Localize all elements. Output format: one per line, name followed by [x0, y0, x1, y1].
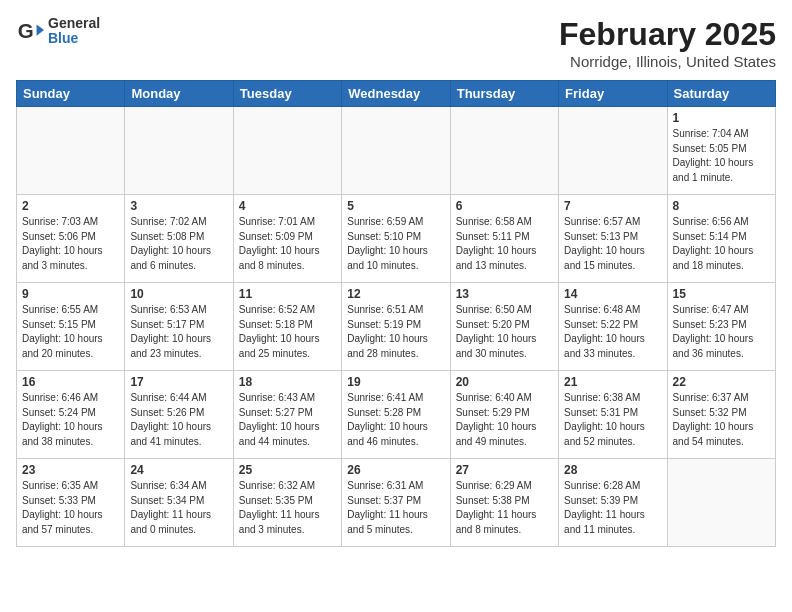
day-info: Sunrise: 6:52 AM Sunset: 5:18 PM Dayligh… — [239, 303, 336, 361]
logo-line1: General — [48, 16, 100, 31]
calendar-cell: 28Sunrise: 6:28 AM Sunset: 5:39 PM Dayli… — [559, 459, 667, 547]
logo-icon: G — [16, 17, 44, 45]
logo-line2: Blue — [48, 31, 100, 46]
day-info: Sunrise: 6:50 AM Sunset: 5:20 PM Dayligh… — [456, 303, 553, 361]
calendar-cell: 7Sunrise: 6:57 AM Sunset: 5:13 PM Daylig… — [559, 195, 667, 283]
weekday-header-tuesday: Tuesday — [233, 81, 341, 107]
day-info: Sunrise: 6:40 AM Sunset: 5:29 PM Dayligh… — [456, 391, 553, 449]
day-info: Sunrise: 6:55 AM Sunset: 5:15 PM Dayligh… — [22, 303, 119, 361]
day-info: Sunrise: 6:58 AM Sunset: 5:11 PM Dayligh… — [456, 215, 553, 273]
weekday-header-monday: Monday — [125, 81, 233, 107]
day-number: 13 — [456, 287, 553, 301]
calendar-cell: 14Sunrise: 6:48 AM Sunset: 5:22 PM Dayli… — [559, 283, 667, 371]
calendar-week-row: 9Sunrise: 6:55 AM Sunset: 5:15 PM Daylig… — [17, 283, 776, 371]
day-info: Sunrise: 6:59 AM Sunset: 5:10 PM Dayligh… — [347, 215, 444, 273]
calendar-body: 1Sunrise: 7:04 AM Sunset: 5:05 PM Daylig… — [17, 107, 776, 547]
calendar-header: SundayMondayTuesdayWednesdayThursdayFrid… — [17, 81, 776, 107]
calendar-week-row: 2Sunrise: 7:03 AM Sunset: 5:06 PM Daylig… — [17, 195, 776, 283]
day-number: 17 — [130, 375, 227, 389]
day-number: 23 — [22, 463, 119, 477]
calendar-cell: 10Sunrise: 6:53 AM Sunset: 5:17 PM Dayli… — [125, 283, 233, 371]
calendar-cell: 20Sunrise: 6:40 AM Sunset: 5:29 PM Dayli… — [450, 371, 558, 459]
day-info: Sunrise: 6:43 AM Sunset: 5:27 PM Dayligh… — [239, 391, 336, 449]
day-info: Sunrise: 6:29 AM Sunset: 5:38 PM Dayligh… — [456, 479, 553, 537]
day-info: Sunrise: 6:37 AM Sunset: 5:32 PM Dayligh… — [673, 391, 770, 449]
calendar-subtitle: Norridge, Illinois, United States — [559, 53, 776, 70]
day-number: 18 — [239, 375, 336, 389]
calendar-cell: 11Sunrise: 6:52 AM Sunset: 5:18 PM Dayli… — [233, 283, 341, 371]
weekday-header-friday: Friday — [559, 81, 667, 107]
day-number: 10 — [130, 287, 227, 301]
logo: G General Blue — [16, 16, 100, 47]
day-info: Sunrise: 6:32 AM Sunset: 5:35 PM Dayligh… — [239, 479, 336, 537]
day-number: 22 — [673, 375, 770, 389]
day-number: 11 — [239, 287, 336, 301]
day-number: 8 — [673, 199, 770, 213]
day-info: Sunrise: 6:38 AM Sunset: 5:31 PM Dayligh… — [564, 391, 661, 449]
day-number: 27 — [456, 463, 553, 477]
calendar-cell: 25Sunrise: 6:32 AM Sunset: 5:35 PM Dayli… — [233, 459, 341, 547]
calendar-cell: 8Sunrise: 6:56 AM Sunset: 5:14 PM Daylig… — [667, 195, 775, 283]
calendar-cell — [342, 107, 450, 195]
day-number: 3 — [130, 199, 227, 213]
calendar-cell — [559, 107, 667, 195]
day-info: Sunrise: 6:47 AM Sunset: 5:23 PM Dayligh… — [673, 303, 770, 361]
day-number: 20 — [456, 375, 553, 389]
calendar-cell: 1Sunrise: 7:04 AM Sunset: 5:05 PM Daylig… — [667, 107, 775, 195]
title-section: February 2025 Norridge, Illinois, United… — [559, 16, 776, 70]
day-info: Sunrise: 6:56 AM Sunset: 5:14 PM Dayligh… — [673, 215, 770, 273]
calendar-cell — [233, 107, 341, 195]
calendar-cell: 27Sunrise: 6:29 AM Sunset: 5:38 PM Dayli… — [450, 459, 558, 547]
weekday-header-wednesday: Wednesday — [342, 81, 450, 107]
calendar-cell: 12Sunrise: 6:51 AM Sunset: 5:19 PM Dayli… — [342, 283, 450, 371]
calendar-cell: 4Sunrise: 7:01 AM Sunset: 5:09 PM Daylig… — [233, 195, 341, 283]
calendar-cell — [17, 107, 125, 195]
day-number: 24 — [130, 463, 227, 477]
calendar-cell: 23Sunrise: 6:35 AM Sunset: 5:33 PM Dayli… — [17, 459, 125, 547]
day-number: 16 — [22, 375, 119, 389]
calendar-cell: 18Sunrise: 6:43 AM Sunset: 5:27 PM Dayli… — [233, 371, 341, 459]
weekday-header-row: SundayMondayTuesdayWednesdayThursdayFrid… — [17, 81, 776, 107]
day-number: 26 — [347, 463, 444, 477]
day-info: Sunrise: 7:03 AM Sunset: 5:06 PM Dayligh… — [22, 215, 119, 273]
calendar-title: February 2025 — [559, 16, 776, 53]
weekday-header-thursday: Thursday — [450, 81, 558, 107]
day-number: 2 — [22, 199, 119, 213]
day-info: Sunrise: 6:53 AM Sunset: 5:17 PM Dayligh… — [130, 303, 227, 361]
day-info: Sunrise: 6:44 AM Sunset: 5:26 PM Dayligh… — [130, 391, 227, 449]
calendar-cell: 19Sunrise: 6:41 AM Sunset: 5:28 PM Dayli… — [342, 371, 450, 459]
day-info: Sunrise: 7:01 AM Sunset: 5:09 PM Dayligh… — [239, 215, 336, 273]
calendar-cell: 2Sunrise: 7:03 AM Sunset: 5:06 PM Daylig… — [17, 195, 125, 283]
calendar-cell — [450, 107, 558, 195]
weekday-header-sunday: Sunday — [17, 81, 125, 107]
day-number: 14 — [564, 287, 661, 301]
day-info: Sunrise: 6:51 AM Sunset: 5:19 PM Dayligh… — [347, 303, 444, 361]
day-number: 21 — [564, 375, 661, 389]
day-info: Sunrise: 6:48 AM Sunset: 5:22 PM Dayligh… — [564, 303, 661, 361]
day-info: Sunrise: 6:31 AM Sunset: 5:37 PM Dayligh… — [347, 479, 444, 537]
day-info: Sunrise: 7:02 AM Sunset: 5:08 PM Dayligh… — [130, 215, 227, 273]
calendar-cell: 22Sunrise: 6:37 AM Sunset: 5:32 PM Dayli… — [667, 371, 775, 459]
day-info: Sunrise: 6:57 AM Sunset: 5:13 PM Dayligh… — [564, 215, 661, 273]
calendar-cell: 6Sunrise: 6:58 AM Sunset: 5:11 PM Daylig… — [450, 195, 558, 283]
calendar-cell: 24Sunrise: 6:34 AM Sunset: 5:34 PM Dayli… — [125, 459, 233, 547]
day-number: 7 — [564, 199, 661, 213]
day-number: 25 — [239, 463, 336, 477]
calendar-table: SundayMondayTuesdayWednesdayThursdayFrid… — [16, 80, 776, 547]
calendar-cell: 5Sunrise: 6:59 AM Sunset: 5:10 PM Daylig… — [342, 195, 450, 283]
calendar-cell: 26Sunrise: 6:31 AM Sunset: 5:37 PM Dayli… — [342, 459, 450, 547]
calendar-cell — [667, 459, 775, 547]
day-number: 6 — [456, 199, 553, 213]
day-number: 9 — [22, 287, 119, 301]
logo-text: General Blue — [48, 16, 100, 47]
calendar-cell: 9Sunrise: 6:55 AM Sunset: 5:15 PM Daylig… — [17, 283, 125, 371]
calendar-cell: 16Sunrise: 6:46 AM Sunset: 5:24 PM Dayli… — [17, 371, 125, 459]
calendar-week-row: 16Sunrise: 6:46 AM Sunset: 5:24 PM Dayli… — [17, 371, 776, 459]
calendar-cell: 21Sunrise: 6:38 AM Sunset: 5:31 PM Dayli… — [559, 371, 667, 459]
svg-text:G: G — [18, 19, 34, 42]
svg-marker-1 — [37, 25, 44, 36]
day-info: Sunrise: 6:28 AM Sunset: 5:39 PM Dayligh… — [564, 479, 661, 537]
weekday-header-saturday: Saturday — [667, 81, 775, 107]
page-header: G General Blue February 2025 Norridge, I… — [16, 16, 776, 70]
day-number: 19 — [347, 375, 444, 389]
